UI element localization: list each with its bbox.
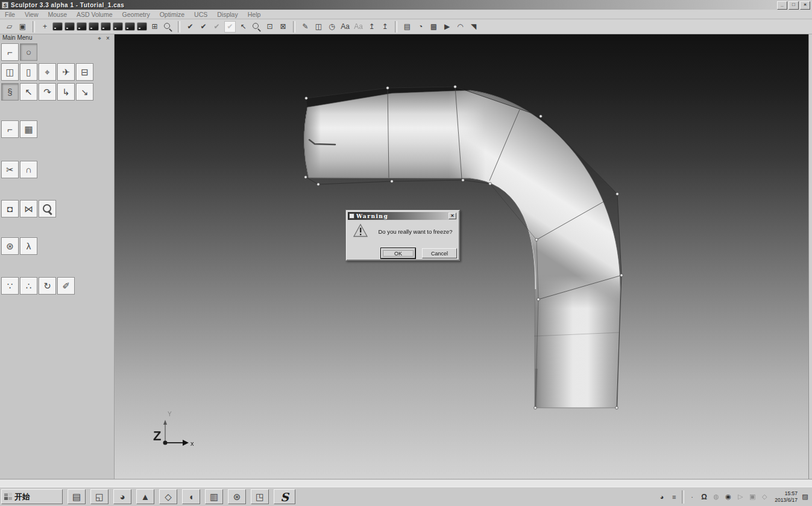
maximize-button[interactable]: □ [788,1,799,10]
view-preset-7-icon[interactable] [125,22,135,31]
menu-view[interactable]: View [20,11,43,18]
pdf-app-button[interactable]: ▲ [136,489,154,504]
view-preset-2-icon[interactable] [65,22,75,31]
leaf-button[interactable]: ✐ [57,277,75,295]
nodes-b-button[interactable]: ∴ [20,277,37,295]
tray-net-icon[interactable]: ◍ [712,493,720,501]
pipe-edit-button[interactable]: ⌐ [1,120,19,138]
four-view-icon[interactable]: ⊞ [149,21,160,33]
tray-flag-icon[interactable]: ▷ [736,493,744,501]
dialog-titlebar[interactable]: Warning × [348,212,458,220]
drag-tool-button[interactable]: ↘ [76,83,93,101]
arc-display-icon[interactable]: ◠ [455,21,466,33]
shade-sphere-icon[interactable]: ◔ [415,21,426,33]
confirm-ghost-icon[interactable]: ✔ [224,21,236,33]
open-file-icon[interactable]: ▱ [4,21,15,33]
text-label-dim-icon[interactable]: Aa [353,21,364,33]
start-button[interactable]: 开始 [1,489,63,504]
confirm-icon[interactable]: ✔ [184,21,196,33]
zoom-tool-icon[interactable] [162,21,174,33]
tray-lock-icon[interactable]: Ω [700,493,708,501]
menu-asd-volume[interactable]: ASD Volume [72,11,118,18]
curve-pen-icon[interactable]: ✎ [300,21,311,33]
export-flag-icon[interactable]: ↥ [379,21,391,33]
ring-create-button[interactable]: ○ [20,43,37,61]
sculptor-app-button[interactable]: S [274,489,295,504]
cad-app-button[interactable]: ⊛ [228,489,246,504]
section-table-button[interactable]: ▦ [20,120,37,138]
capsule-button[interactable]: ◫ [1,63,19,81]
save-icon[interactable]: ▣ [17,21,28,33]
view-preset-1-icon[interactable] [52,22,63,31]
taskbar-clock[interactable]: 15:57 2013/6/17 [775,490,798,503]
history-clock-icon[interactable]: ◷ [326,21,338,33]
view-preset-6-icon[interactable] [113,22,123,31]
viewport-3d-canvas[interactable]: Y Z x [115,34,808,479]
import-flag-icon[interactable]: ↥ [366,21,377,33]
notes-app-button[interactable]: ◱ [90,489,109,504]
dialog-close-button[interactable]: × [448,213,456,219]
zoom-point-icon[interactable]: + [39,21,51,33]
nodes-a-button[interactable]: ∵ [1,277,19,295]
airplane-button[interactable]: ✈ [57,63,75,81]
magnet-button[interactable]: ∩ [20,161,37,178]
walkthrough-button[interactable]: λ [20,237,37,255]
camera-icon[interactable]: ◫ [313,21,324,33]
sculpt-deform-button[interactable]: § [1,83,19,101]
pick-cursor-icon[interactable]: ↖ [238,21,249,33]
close-button[interactable]: × [800,1,810,10]
pipe-create-button[interactable]: ⌐ [1,43,19,61]
chat-app-button[interactable]: ▥ [205,489,223,504]
menu-help[interactable]: Help [243,11,266,18]
text-label-icon[interactable]: Aa [339,21,351,33]
view-preset-8-icon[interactable] [137,22,147,31]
confirm-all-icon[interactable]: ✔ [198,21,209,33]
pull-tool-button[interactable]: ↖ [20,83,37,101]
refresh-grid-button[interactable]: ↻ [39,277,56,295]
drill-button[interactable]: ⌖ [39,63,56,81]
browser-app-button[interactable]: ◕ [113,489,131,504]
twist-tool-button[interactable]: ↳ [57,83,75,101]
diagonal-shade-icon[interactable]: ◥ [468,21,479,33]
movie-icon[interactable]: ▶ [441,21,453,33]
viewport-3d[interactable]: Y Z x [115,34,808,479]
files-app-button[interactable]: ◳ [251,489,269,504]
confirm-dim-icon[interactable]: ✔ [211,21,222,33]
stamp-button[interactable]: ◘ [1,200,19,217]
ok-button[interactable]: OK [381,248,415,258]
viewer-app-button[interactable]: ◇ [159,489,177,504]
render-icon[interactable]: ▩ [428,21,439,33]
tray-update-icon[interactable]: ◉ [724,493,732,501]
bench-button[interactable]: ⊟ [76,63,93,81]
cylinder-button[interactable]: ▯ [20,63,37,81]
inspect-button[interactable] [39,200,56,217]
trim-button[interactable]: ✂ [1,161,19,178]
tray-volume-icon[interactable]: ≡ [670,493,678,501]
zoom-cursor-icon[interactable] [251,21,262,33]
view-preset-4-icon[interactable] [89,22,99,31]
tray-dot-icon[interactable]: · [688,493,696,501]
tray-msg-icon[interactable]: ▣ [748,493,757,501]
panel-pin-button[interactable]: ⌖ [96,35,103,42]
view-preset-3-icon[interactable] [77,22,87,31]
menu-geometry[interactable]: Geometry [118,11,155,18]
menu-optimize[interactable]: Optimize [155,11,189,18]
layers-icon[interactable]: ▤ [401,21,413,33]
solver-settings-button[interactable]: ⊛ [1,237,19,255]
show-desktop-button[interactable]: ▤ [68,489,86,504]
bend-tool-button[interactable]: ↷ [39,83,56,101]
menu-ucs[interactable]: UCS [189,11,212,18]
show-desktop-icon[interactable]: ▨ [801,493,809,501]
menu-file[interactable]: File [0,11,20,18]
tray-app-icon[interactable]: ◕ [658,493,666,501]
minimize-button[interactable]: _ [777,1,787,10]
cancel-button[interactable]: Cancel [422,248,457,258]
hide-element-button[interactable]: ⋈ [20,200,37,217]
panel-close-button[interactable]: × [104,35,112,42]
tray-arrow-icon[interactable]: ◇ [760,493,769,501]
menu-display[interactable]: Display [212,11,242,18]
menu-mouse[interactable]: Mouse [43,11,72,18]
box-select-icon[interactable]: ⊡ [264,21,275,33]
region-select-icon[interactable]: ⊠ [277,21,289,33]
media-app-button[interactable]: ◖ [182,489,200,504]
